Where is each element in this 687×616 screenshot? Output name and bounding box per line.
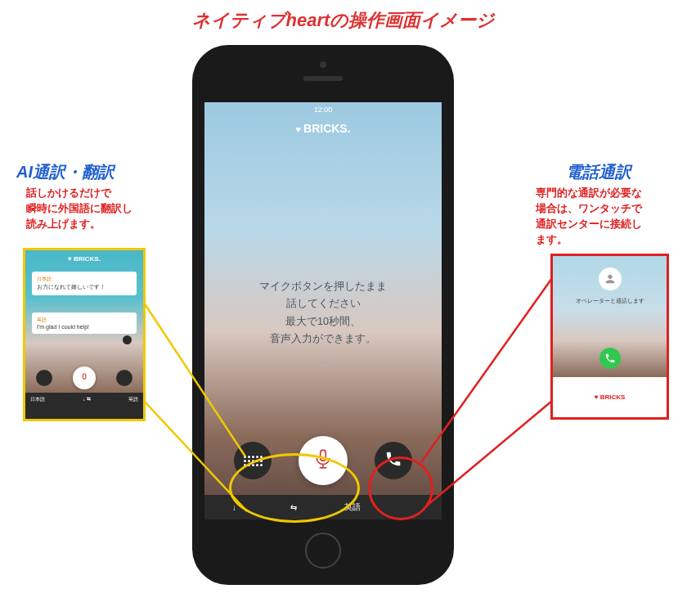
chevron-down-icon: ⌄	[204, 356, 442, 369]
mini-button-row	[25, 366, 143, 389]
ai-translation-title: AI通訳・翻訳	[16, 161, 114, 183]
ai-translation-desc: 話しかけるだけで 瞬時に外国語に翻訳し 読み上げます。	[26, 186, 132, 232]
desc-line: 専門的な通訳が必要な	[536, 187, 642, 199]
mini-lang-swap-icon: ↓ ⇆	[83, 396, 91, 402]
mini-brand-footer: ♥ BRICKS	[553, 377, 667, 417]
mini-call-button	[116, 370, 132, 386]
chat-bubble-source: 日本語 お力になれて嬉しいです！	[32, 272, 137, 295]
operator-call-text: オペレーターと通話します	[553, 297, 667, 305]
green-call-button	[599, 348, 621, 369]
highlight-ai-translation	[229, 453, 360, 523]
bubble-lang-label: 英語	[37, 317, 132, 324]
instruction-line: マイクボタンを押したまま	[259, 281, 387, 292]
mini-keyboard-button	[36, 370, 52, 386]
desc-line: 話しかけるだけで	[26, 187, 111, 199]
desc-line: 通訳センターに接続し	[536, 218, 642, 230]
mini-call-screen: オペレーターと通話します	[553, 256, 667, 377]
mini-language-bar: 日本語 ↓ ⇆ 英語	[25, 393, 143, 419]
phone-interpret-screenshot: オペレーターと通話します ♥ BRICKS	[550, 254, 669, 420]
operator-avatar-icon	[599, 268, 622, 290]
chat-bubble-translated: 英語 I'm glad I could help!	[32, 312, 137, 334]
audio-play-icon	[123, 335, 132, 344]
desc-line: 読み上げます。	[26, 218, 101, 230]
mini-lang-right: 英語	[128, 396, 138, 403]
mini-brand: ♥ BRICKS.	[25, 255, 143, 263]
status-time: 12:00	[204, 106, 442, 114]
phone-interpret-desc: 専門的な通訳が必要な 場合は、ワンタッチで 通訳センターに接続し ます。	[536, 186, 671, 247]
mini-mic-button	[73, 366, 96, 389]
instruction-text: マイクボタンを押したまま 話してください 最大で10秒間、 音声入力ができます。	[204, 278, 442, 348]
desc-line: 瞬時に外国語に翻訳し	[26, 202, 132, 214]
instruction-line: 最大で10秒間、	[285, 316, 361, 327]
highlight-phone-interpret	[368, 456, 433, 520]
app-brand: BRICKS.	[204, 122, 442, 135]
bubble-text: I'm glad I could help!	[37, 324, 132, 330]
mini-lang-left: 日本語	[30, 396, 45, 403]
bubble-lang-label: 日本語	[37, 276, 132, 283]
bubble-text: お力になれて嬉しいです！	[37, 283, 132, 291]
page-title: ネイティブheartの操作画面イメージ	[0, 8, 687, 33]
phone-camera-dot	[320, 61, 326, 68]
ai-translation-screenshot: ♥ BRICKS. 日本語 お力になれて嬉しいです！ 英語 I'm glad I…	[23, 248, 146, 421]
instruction-line: 話してください	[286, 298, 361, 309]
home-button[interactable]	[305, 533, 341, 569]
phone-interpret-title: 電話通訳	[566, 161, 631, 183]
desc-line: 場合は、ワンタッチで	[536, 202, 642, 214]
desc-line: ます。	[536, 233, 568, 245]
instruction-line: 音声入力ができます。	[270, 333, 376, 344]
phone-earpiece	[303, 76, 343, 81]
